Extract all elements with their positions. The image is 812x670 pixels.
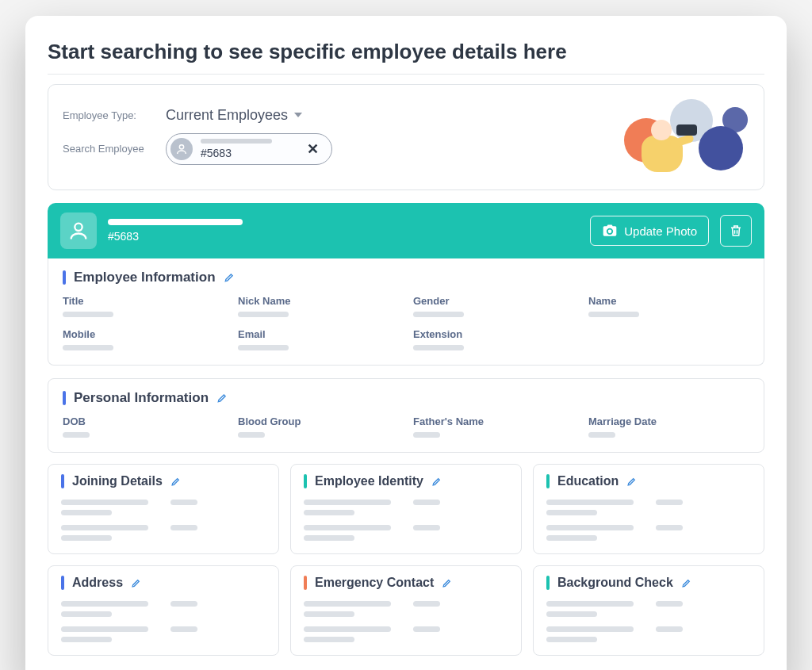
person-icon (170, 138, 193, 160)
personal-information-card: Personal Information DOB Blood Group Fat… (48, 378, 764, 453)
edit-icon[interactable] (431, 477, 442, 487)
camera-icon (602, 223, 618, 239)
chip-name-placeholder (201, 139, 272, 144)
section-title: Education (557, 474, 619, 488)
trash-icon (729, 224, 743, 238)
app-window: Start searching to see specific employee… (25, 16, 787, 670)
edit-icon[interactable] (224, 272, 235, 283)
employee-type-label: Employee Type: (63, 109, 166, 121)
field-value-placeholder (63, 345, 113, 350)
svg-point-1 (75, 224, 82, 231)
field-label-gender: Gender (413, 295, 574, 307)
joining-details-card: Joining Details (48, 464, 279, 554)
section-title: Employee Information (74, 270, 216, 285)
employee-name-placeholder (108, 219, 243, 225)
section-marker (304, 576, 307, 590)
edit-icon[interactable] (216, 392, 228, 404)
employee-id: #5683 (108, 230, 579, 243)
employee-type-value: Current Employees (166, 107, 288, 124)
section-title: Address (72, 576, 123, 590)
search-employee-label: Search Employee (63, 143, 166, 155)
section-marker (546, 474, 550, 488)
field-value-placeholder (63, 312, 113, 317)
update-photo-label: Update Photo (624, 224, 697, 238)
page-title: Start searching to see specific employee… (48, 40, 764, 75)
field-label-email: Email (238, 328, 399, 340)
edit-icon[interactable] (131, 578, 141, 588)
employee-identity-card: Employee Identity (290, 464, 522, 554)
edit-icon[interactable] (681, 578, 691, 588)
emergency-contact-card: Emergency Contact (290, 565, 522, 656)
section-marker (61, 576, 64, 590)
detail-cards-row-2: Address Emergency Contact (48, 565, 764, 656)
field-value-placeholder (238, 312, 289, 317)
field-label-blood: Blood Group (238, 415, 399, 427)
field-value-placeholder (238, 432, 265, 438)
field-label-father: Father's Name (413, 415, 574, 427)
employee-header: #5683 Update Photo (48, 203, 764, 258)
education-card: Education (533, 464, 764, 554)
field-value-placeholder (588, 432, 615, 438)
delete-button[interactable] (720, 215, 752, 247)
field-label-dob: DOB (63, 415, 224, 427)
field-value-placeholder (238, 345, 289, 350)
field-value-placeholder (413, 312, 464, 317)
update-photo-button[interactable]: Update Photo (590, 216, 709, 246)
field-value-placeholder (413, 432, 440, 438)
section-marker (63, 391, 66, 405)
field-label-title: Title (63, 295, 224, 307)
section-marker (546, 576, 550, 590)
section-title: Emergency Contact (315, 576, 434, 590)
section-title: Personal Information (74, 390, 209, 406)
address-card: Address (48, 565, 279, 656)
section-title: Background Check (557, 576, 673, 590)
edit-icon[interactable] (442, 578, 452, 588)
field-label-extension: Extension (413, 328, 574, 340)
background-check-card: Background Check (533, 565, 764, 656)
section-title: Employee Identity (315, 474, 423, 488)
search-employee-input[interactable]: #5683 ✕ (166, 133, 332, 165)
search-illustration (615, 96, 749, 175)
edit-icon[interactable] (170, 477, 181, 487)
section-marker (304, 474, 307, 488)
field-label-mobile: Mobile (63, 328, 224, 340)
field-value-placeholder (588, 312, 639, 317)
field-label-name: Name (588, 295, 749, 307)
svg-point-0 (179, 144, 183, 148)
field-value-placeholder (63, 432, 90, 438)
edit-icon[interactable] (626, 477, 637, 487)
avatar (60, 212, 97, 249)
field-value-placeholder (413, 345, 464, 350)
section-title: Joining Details (72, 474, 163, 488)
section-marker (63, 270, 66, 285)
field-label-nick: Nick Name (238, 295, 399, 307)
employee-information-card: Employee Information Title Nick Name Gen… (48, 258, 764, 366)
chevron-down-icon (294, 113, 302, 117)
field-label-marriage: Marriage Date (588, 415, 749, 427)
employee-type-select[interactable]: Current Employees (166, 107, 302, 124)
detail-cards-row-1: Joining Details Employee Identity (48, 464, 764, 554)
close-icon[interactable]: ✕ (305, 140, 320, 158)
section-marker (61, 474, 64, 488)
search-panel: Employee Type: Current Employees Search … (48, 84, 764, 190)
chip-id: #5683 (201, 147, 297, 159)
